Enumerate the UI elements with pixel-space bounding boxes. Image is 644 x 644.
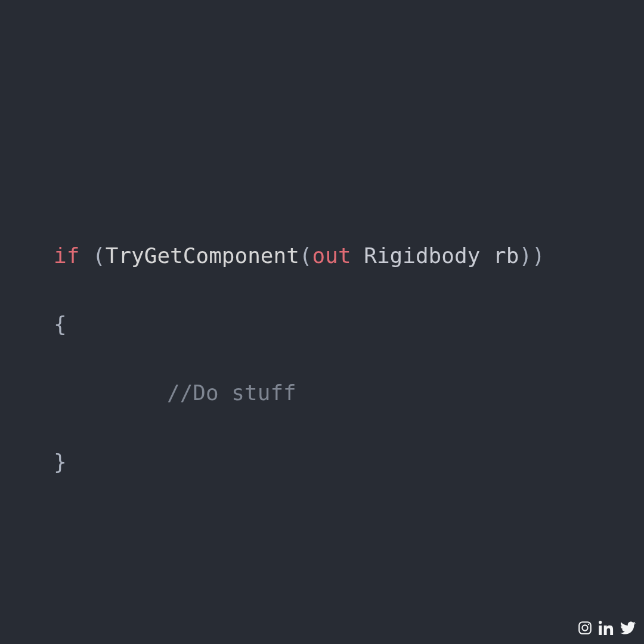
comment: //Do stuff [167,380,296,405]
code-line-4: } [54,445,545,479]
space [79,243,92,268]
space [480,243,493,268]
paren-close: )) [519,243,544,268]
twitter-icon[interactable] [620,620,636,638]
code-line-1: if (TryGetComponent(out Rigidbody rb)) [54,239,545,273]
instagram-icon[interactable] [577,620,593,638]
brace-open: { [54,312,67,336]
fn-name: TryGetComponent [106,243,299,268]
space [351,243,364,268]
keyword-out: out [312,243,351,268]
type-name: Rigidbody [364,243,480,268]
social-icons [577,620,636,638]
keyword-if: if [54,243,79,268]
linkedin-icon[interactable] [599,620,614,638]
paren-open: ( [92,243,106,268]
var-name: rb [493,243,519,268]
svg-point-2 [588,624,589,625]
svg-point-1 [582,625,587,630]
paren-open-2: ( [299,243,312,268]
code-line-3: //Do stuff [54,376,545,410]
code-snippet: if (TryGetComponent(out Rigidbody rb)) {… [54,239,545,479]
code-line-2: { [54,307,545,342]
brace-close: } [54,450,67,474]
